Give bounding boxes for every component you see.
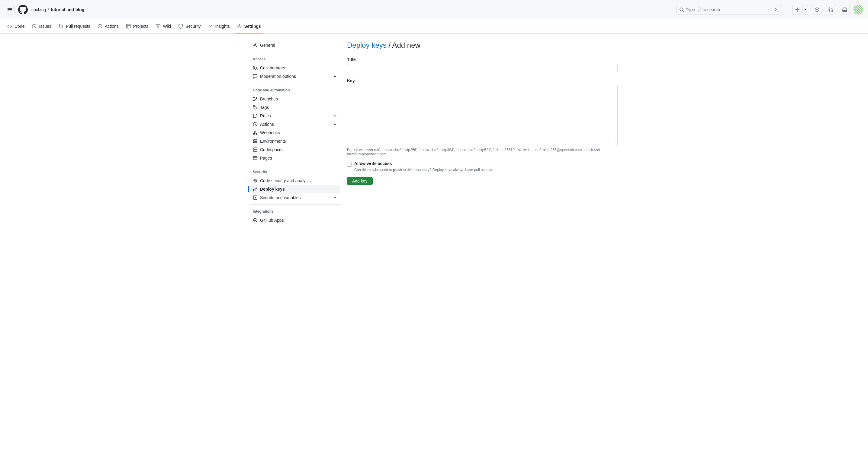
code-icon — [7, 24, 12, 29]
shield-icon — [178, 24, 183, 29]
issue-dot-icon — [814, 7, 819, 12]
tab-insights[interactable]: Insights — [205, 19, 232, 33]
tab-pulls[interactable]: Pull requests — [56, 19, 93, 33]
sidebar-divider — [250, 204, 340, 205]
sidebar-item-deploy-keys[interactable]: Deploy keys — [250, 185, 340, 193]
hamburger-icon — [7, 7, 12, 12]
breadcrumb-separator: / — [48, 7, 49, 12]
chevron-down-icon — [333, 122, 337, 127]
main-content: Deploy keys / Add new Title Key Begins w… — [347, 41, 618, 225]
inbox-icon — [842, 7, 847, 12]
tab-actions[interactable]: Actions — [95, 19, 121, 33]
svg-point-30 — [254, 179, 257, 182]
sidebar-label-code-security: Code security and analysis — [260, 178, 310, 183]
pulls-button[interactable] — [826, 5, 836, 14]
repo-nav-tabs: Code Issues Pull requests Actions Projec… — [0, 19, 868, 34]
sidebar-item-tags[interactable]: Tags — [250, 103, 340, 112]
sidebar-label-github-apps: GitHub Apps — [260, 218, 284, 223]
title-input[interactable] — [347, 64, 618, 73]
tab-projects[interactable]: Projects — [124, 19, 151, 33]
command-palette-icon[interactable] — [772, 7, 779, 12]
sidebar-label-webhooks: Webhooks — [260, 130, 280, 135]
svg-point-1 — [816, 9, 817, 10]
codespaces-icon — [253, 147, 258, 152]
svg-point-7 — [59, 24, 60, 25]
issues-button[interactable] — [812, 5, 822, 14]
svg-point-18 — [256, 97, 257, 99]
search-hint-post: to search — [703, 7, 720, 12]
hamburger-button[interactable] — [5, 5, 14, 14]
sidebar-item-webhooks[interactable]: Webhooks — [250, 129, 340, 137]
svg-point-17 — [253, 100, 255, 101]
github-logo[interactable] — [18, 5, 28, 14]
sidebar-item-codespaces[interactable]: Codespaces — [250, 145, 340, 154]
sidebar-section-code: Code and automation — [250, 86, 340, 95]
sidebar-item-moderation[interactable]: Moderation options — [250, 72, 340, 80]
sidebar-label-pages: Pages — [260, 156, 272, 161]
sidebar-item-environments[interactable]: Environments — [250, 137, 340, 145]
key-textarea[interactable] — [347, 85, 618, 145]
book-icon — [156, 24, 160, 29]
allow-write-checkbox[interactable] — [347, 162, 352, 167]
branch-icon — [253, 97, 258, 101]
search-slash-key: / — [697, 7, 701, 12]
allow-write-desc-pre: Can this key be used to — [354, 168, 393, 172]
allow-write-checkbox-row: Allow write access — [347, 161, 618, 167]
sidebar-item-branches[interactable]: Branches — [250, 95, 340, 103]
sidebar-section-access: Access — [250, 55, 340, 64]
tag-icon — [253, 105, 258, 110]
user-avatar[interactable] — [854, 5, 863, 14]
caret-down-icon — [804, 8, 807, 11]
allow-write-label[interactable]: Allow write access — [354, 161, 392, 166]
svg-rect-11 — [126, 24, 130, 28]
svg-rect-25 — [253, 140, 257, 141]
tab-wiki-label: Wiki — [163, 24, 170, 29]
sidebar-item-actions[interactable]: Actions — [250, 120, 340, 129]
tab-security-label: Security — [185, 24, 201, 29]
plus-icon — [795, 7, 800, 12]
sidebar-item-code-security[interactable]: Code security and analysis — [250, 176, 340, 185]
play-circle-icon — [98, 24, 102, 29]
notifications-button[interactable] — [840, 5, 850, 14]
svg-point-23 — [256, 133, 257, 135]
browser-icon — [253, 156, 258, 161]
breadcrumb-owner[interactable]: cpching — [31, 7, 46, 12]
sidebar-item-collaborators[interactable]: Collaborators — [250, 64, 340, 72]
header-divider — [787, 7, 787, 13]
sidebar-label-deploy-keys: Deploy keys — [260, 187, 285, 192]
svg-point-14 — [254, 66, 255, 68]
tab-code[interactable]: Code — [5, 19, 27, 33]
tab-settings[interactable]: Settings — [235, 19, 264, 33]
key-field-group: Key Begins with 'ssh-rsa', 'ecdsa-sha2-n… — [347, 78, 618, 156]
sidebar-item-general[interactable]: General — [250, 41, 340, 49]
sidebar-item-pages[interactable]: Pages — [250, 154, 340, 162]
people-icon — [253, 65, 258, 70]
svg-rect-28 — [253, 150, 257, 151]
allow-write-description: Can this key be used to push to this rep… — [354, 168, 618, 172]
svg-point-22 — [253, 133, 255, 135]
key-label: Key — [347, 78, 618, 83]
svg-point-8 — [59, 27, 60, 28]
create-dropdown[interactable] — [803, 5, 808, 14]
sidebar-item-secrets[interactable]: Secrets and variables — [250, 193, 340, 202]
sidebar-label-general: General — [260, 43, 275, 48]
search-box[interactable]: Type / to search — [677, 5, 782, 14]
sidebar-label-tags: Tags — [260, 105, 269, 110]
sidebar-item-github-apps[interactable]: GitHub Apps — [250, 216, 340, 225]
deploy-keys-link[interactable]: Deploy keys — [347, 41, 386, 49]
comment-icon — [253, 74, 258, 79]
svg-point-19 — [254, 106, 255, 107]
hubot-icon — [253, 218, 258, 223]
svg-rect-15 — [253, 74, 257, 77]
key-icon — [253, 187, 258, 192]
breadcrumb-repo[interactable]: tutorial-and-blog — [51, 7, 84, 12]
svg-rect-20 — [253, 114, 256, 117]
create-button[interactable] — [792, 5, 803, 14]
pull-request-icon — [59, 24, 63, 29]
sidebar-item-rules[interactable]: Rules — [250, 112, 340, 120]
tab-issues[interactable]: Issues — [29, 19, 54, 33]
svg-point-4 — [832, 10, 833, 12]
add-key-button[interactable]: Add key — [347, 177, 373, 185]
tab-wiki[interactable]: Wiki — [153, 19, 173, 33]
tab-security[interactable]: Security — [176, 19, 203, 33]
